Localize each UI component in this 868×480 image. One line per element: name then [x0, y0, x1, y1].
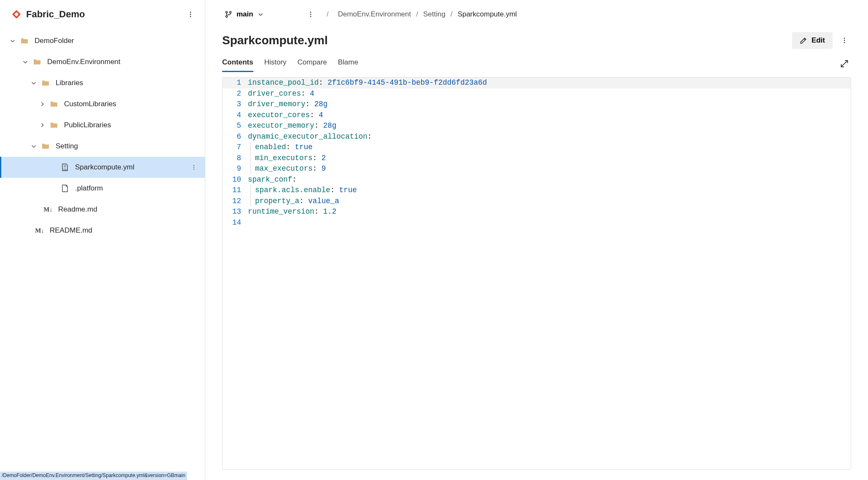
sidebar-header: Fabric_Demo — [0, 0, 205, 29]
sidebar: Fabric_Demo DemoFolderDemoEnv.Environmen… — [0, 0, 205, 480]
code-line: 4executor_cores: 4 — [223, 110, 851, 121]
breadcrumb-item[interactable]: Sparkcompute.yml — [457, 10, 517, 18]
tree-item-label: Readme.md — [58, 205, 188, 214]
code-line: 12property_a: value_a — [223, 196, 851, 207]
line-number: 8 — [223, 153, 246, 164]
tree-item-label: README.md — [50, 226, 188, 235]
file-header: Sparkcompute.yml Edit — [205, 24, 868, 52]
line-number: 11 — [223, 185, 246, 196]
svg-point-3 — [190, 14, 191, 15]
fullscreen-button[interactable] — [838, 57, 851, 70]
line-number: 6 — [223, 131, 246, 142]
tree-item-more-button[interactable] — [188, 161, 200, 173]
chevron-right-icon[interactable] — [39, 122, 46, 129]
status-bar: /DemoFolder/DemoEnv.Environment/Setting/… — [0, 472, 187, 480]
code-line: 11spark.acls.enable: true — [223, 185, 851, 196]
chevron-down-icon[interactable] — [30, 143, 37, 150]
svg-point-24 — [193, 165, 194, 166]
code-content: driver_cores: 4 — [246, 88, 851, 99]
chevron-down-icon[interactable] — [30, 80, 37, 86]
file-title: Sparkcompute.yml — [222, 34, 792, 47]
svg-point-40 — [310, 14, 311, 15]
branch-name: main — [236, 10, 253, 19]
tree-item-readme2[interactable]: M↓README.md — [0, 220, 205, 241]
svg-point-26 — [193, 169, 194, 169]
line-number: 4 — [223, 110, 246, 121]
folder-icon — [20, 37, 29, 45]
code-viewer[interactable]: 1instance_pool_id: 2f1c6bf9-4145-491b-be… — [222, 77, 851, 470]
code-line: 13runtime_version: 1.2 — [223, 206, 851, 217]
tree-item-demofolder[interactable]: DemoFolder — [0, 30, 205, 51]
repo-title: Fabric_Demo — [26, 9, 184, 20]
tree-item-sparkcompute[interactable]: YMLSparkcompute.yml — [0, 157, 205, 178]
svg-point-38 — [229, 11, 231, 13]
code-line: 7enabled: true — [223, 142, 851, 153]
svg-point-25 — [193, 167, 194, 168]
breadcrumb-item[interactable]: DemoEnv.Environment — [338, 10, 411, 18]
tree-item-setting[interactable]: Setting — [0, 136, 205, 157]
breadcrumb-sep: / — [411, 10, 423, 18]
tree-item-demoenv[interactable]: DemoEnv.Environment — [0, 51, 205, 72]
line-number: 2 — [223, 88, 246, 99]
svg-point-43 — [844, 40, 845, 41]
code-line: 1instance_pool_id: 2f1c6bf9-4145-491b-be… — [223, 78, 851, 88]
tree-item-readme1[interactable]: M↓Readme.md — [0, 199, 205, 220]
code-content: property_a: value_a — [246, 196, 851, 207]
topbar-more-button[interactable] — [304, 8, 317, 21]
tree-item-label: Sparkcompute.yml — [75, 163, 188, 172]
tab-blame[interactable]: Blame — [338, 55, 358, 72]
code-content: min_executors: 2 — [246, 153, 851, 164]
folder-icon — [41, 142, 50, 150]
code-line: 3driver_memory: 28g — [223, 99, 851, 110]
svg-point-37 — [226, 16, 227, 17]
tab-contents[interactable]: Contents — [222, 55, 253, 72]
folder-icon — [33, 58, 41, 66]
sidebar-more-button[interactable] — [184, 8, 197, 21]
folder-icon — [50, 100, 58, 108]
breadcrumb: DemoEnv.Environment/Setting/Sparkcompute… — [338, 10, 517, 19]
code-line: 10spark_conf: — [223, 174, 851, 185]
code-content: executor_cores: 4 — [246, 110, 851, 121]
chevron-right-icon[interactable] — [39, 101, 46, 107]
tree-item-label: DemoEnv.Environment — [47, 58, 188, 66]
svg-point-2 — [190, 12, 191, 13]
tab-compare[interactable]: Compare — [298, 55, 327, 72]
line-number: 12 — [223, 196, 246, 207]
file-icon — [61, 184, 69, 193]
code-line: 5executor_memory: 28g — [223, 121, 851, 131]
code-content: driver_memory: 28g — [246, 99, 851, 110]
code-line: 6dynamic_executor_allocation: — [223, 131, 851, 142]
chevron-down-icon[interactable] — [22, 59, 29, 65]
line-number: 14 — [223, 217, 246, 228]
line-number: 3 — [223, 99, 246, 110]
file-more-button[interactable] — [838, 34, 851, 47]
edit-label: Edit — [812, 36, 825, 45]
code-content: max_executors: 9 — [246, 164, 851, 174]
repo-icon — [12, 10, 21, 19]
code-content: enabled: true — [246, 142, 851, 153]
chevron-down-icon — [258, 11, 263, 17]
tree-item-label: Libraries — [56, 79, 188, 87]
code-content — [246, 217, 851, 228]
tab-history[interactable]: History — [264, 55, 287, 72]
tree-item-label: .platform — [75, 184, 188, 193]
svg-point-36 — [226, 11, 227, 13]
edit-button[interactable]: Edit — [792, 32, 833, 49]
edit-icon — [800, 37, 807, 44]
line-number: 10 — [223, 174, 246, 185]
chevron-down-icon[interactable] — [9, 38, 16, 44]
breadcrumb-item[interactable]: Setting — [423, 10, 446, 18]
breadcrumb-sep: / — [446, 10, 458, 18]
tree-item-libraries[interactable]: Libraries — [0, 72, 205, 94]
folder-icon — [41, 79, 50, 87]
svg-point-42 — [844, 38, 845, 39]
branch-selector[interactable]: main — [222, 8, 266, 20]
code-line: 9max_executors: 9 — [223, 164, 851, 174]
topbar: main / DemoEnv.Environment/Setting/Spark… — [205, 0, 868, 24]
tree-item-customlibs[interactable]: CustomLibraries — [0, 94, 205, 115]
tree-item-platform[interactable]: .platform — [0, 178, 205, 199]
code-content: spark.acls.enable: true — [246, 185, 851, 196]
line-number: 5 — [223, 121, 246, 131]
tree-item-publiclibs[interactable]: PublicLibraries — [0, 115, 205, 136]
svg-point-41 — [310, 16, 311, 17]
